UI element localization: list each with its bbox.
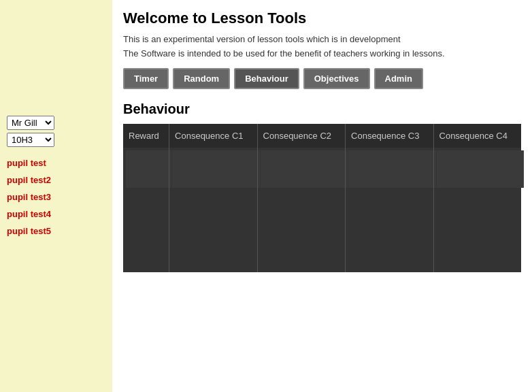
sidebar: Mr Gill 10H3 pupil testpupil test2pupil … xyxy=(0,0,112,392)
pupil-item[interactable]: pupil test xyxy=(7,158,105,168)
pupil-item[interactable]: pupil test2 xyxy=(7,175,105,185)
class-select[interactable]: 10H3 xyxy=(7,133,54,147)
table-cell-empty-0 xyxy=(123,191,169,272)
column-header-consequence-c4: Consequence C4 xyxy=(433,124,521,148)
sidebar-controls: Mr Gill 10H3 xyxy=(7,116,105,147)
behaviour-table: RewardConsequence C1Consequence C2Conseq… xyxy=(123,124,521,272)
behaviour-table-body xyxy=(123,148,521,272)
table-cell-empty-1 xyxy=(169,191,257,272)
nav-button-random[interactable]: Random xyxy=(173,68,230,89)
table-cell-empty-4 xyxy=(433,191,521,272)
main-content: Welcome to Lesson Tools This is an exper… xyxy=(112,0,532,392)
column-header-consequence-c3: Consequence C3 xyxy=(346,124,433,148)
behaviour-section: Behaviour RewardConsequence C1Consequenc… xyxy=(123,101,521,272)
pupil-item[interactable]: pupil test5 xyxy=(7,226,105,236)
nav-button-behaviour[interactable]: Behaviour xyxy=(234,68,299,89)
table-cell-empty-2 xyxy=(257,191,345,272)
behaviour-title: Behaviour xyxy=(123,101,521,117)
nav-bar: TimerRandomBehaviourObjectivesAdmin xyxy=(123,68,521,89)
column-header-consequence-c2: Consequence C2 xyxy=(257,124,345,148)
nav-button-objectives[interactable]: Objectives xyxy=(303,68,370,89)
column-header-consequence-c1: Consequence C1 xyxy=(169,124,257,148)
pupil-item[interactable]: pupil test4 xyxy=(7,209,105,219)
header-row: RewardConsequence C1Consequence C2Conseq… xyxy=(123,124,521,148)
table-cell-4[interactable] xyxy=(433,148,521,191)
pupil-item[interactable]: pupil test3 xyxy=(7,192,105,202)
page-title: Welcome to Lesson Tools xyxy=(123,10,521,27)
table-cell-2[interactable] xyxy=(257,148,345,191)
nav-button-timer[interactable]: Timer xyxy=(123,68,169,89)
pupil-list: pupil testpupil test2pupil test3pupil te… xyxy=(7,158,105,236)
intro-text-1: This is an experimental version of lesso… xyxy=(123,34,521,44)
teacher-select[interactable]: Mr Gill xyxy=(7,116,54,130)
intro-text-2: The Software is intended to be used for … xyxy=(123,48,521,59)
table-cell-0[interactable] xyxy=(123,148,169,191)
table-cell-empty-3 xyxy=(346,191,433,272)
nav-button-admin[interactable]: Admin xyxy=(374,68,423,89)
column-header-reward: Reward xyxy=(123,124,169,148)
table-row-empty xyxy=(123,191,521,272)
table-cell-1[interactable] xyxy=(169,148,257,191)
table-row xyxy=(123,148,521,191)
table-cell-3[interactable] xyxy=(346,148,433,191)
behaviour-table-header: RewardConsequence C1Consequence C2Conseq… xyxy=(123,124,521,148)
